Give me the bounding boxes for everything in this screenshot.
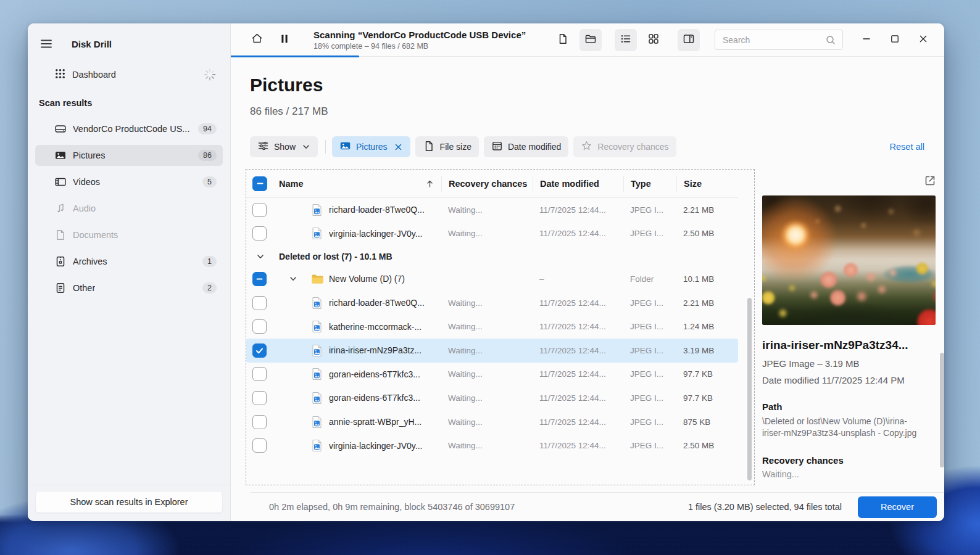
hamburger-menu-icon[interactable] — [39, 36, 54, 51]
size-cell: 2.50 MB — [676, 229, 738, 238]
preview-image[interactable] — [762, 195, 936, 325]
preview-scrollbar-thumb[interactable] — [940, 353, 944, 467]
page-title: Pictures — [250, 73, 944, 97]
remove-filter-icon[interactable] — [394, 142, 403, 152]
jpeg-file-icon — [311, 297, 324, 310]
folder-open-icon — [584, 33, 597, 47]
date-modified-cell: 11/7/2025 12:44... — [533, 417, 623, 427]
sidebar-item-vendorco-productcode-us[interactable]: VendorCo ProductCode US... 94 — [35, 118, 223, 139]
filter-divider — [325, 140, 326, 154]
sidebar-item-documents[interactable]: Documents — [35, 224, 223, 245]
results-area: Name Recovery chances Date modified Type… — [250, 169, 944, 485]
table-row[interactable]: New Volume (D) (7) – Folder 10.1 MB — [246, 267, 738, 291]
table-row[interactable]: goran-eidens-6T7kfc3... Waiting... 11/7/… — [246, 386, 738, 410]
date-modified-cell: 11/7/2025 12:44... — [533, 298, 623, 308]
file-view-button[interactable] — [552, 29, 574, 51]
sidebar-item-other[interactable]: Other 2 — [35, 278, 223, 298]
size-cell: 875 KB — [676, 417, 738, 427]
row-checkbox[interactable] — [252, 367, 267, 381]
filter-chip-recovery-chances[interactable]: Recovery chances — [573, 136, 676, 157]
sidebar-item-audio[interactable]: Audio — [35, 198, 223, 219]
recover-button[interactable]: Recover — [858, 496, 937, 518]
recovery-chances-cell: Waiting... — [441, 417, 533, 427]
list-view-button[interactable] — [615, 29, 637, 51]
select-all-checkbox[interactable] — [252, 176, 267, 191]
table-row[interactable]: virginia-lackinger-JV0y... Waiting... 11… — [246, 222, 738, 246]
file-name: katherine-mccormack-... — [329, 322, 441, 332]
sidebar-item-dashboard[interactable]: Dashboard — [35, 64, 223, 85]
scan-progress-bar — [231, 56, 359, 57]
column-header-size[interactable]: Size — [676, 176, 738, 192]
show-filter-dropdown[interactable]: Show — [250, 136, 318, 157]
table-row[interactable]: virginia-lackinger-JV0y... Waiting... 11… — [246, 434, 738, 458]
grid-view-button[interactable] — [642, 29, 665, 51]
date-modified-cell: 11/7/2025 12:44... — [533, 322, 623, 331]
table-scrollbar-thumb[interactable] — [747, 298, 752, 480]
table-row[interactable]: katherine-mccormack-... Waiting... 11/7/… — [246, 314, 738, 339]
search-input[interactable] — [721, 35, 804, 46]
calendar-icon — [491, 140, 503, 154]
chevron-down-icon[interactable] — [256, 252, 265, 261]
selection-summary: 1 files (3.20 MB) selected, 94 files tot… — [688, 502, 842, 512]
row-checkbox[interactable] — [252, 438, 267, 453]
jpeg-file-icon — [311, 320, 324, 333]
home-button[interactable] — [246, 29, 268, 51]
column-header-name[interactable]: Name — [279, 179, 304, 189]
sidebar-item-videos[interactable]: Videos 5 — [35, 171, 223, 192]
chevron-down-icon — [302, 142, 310, 151]
minimize-button[interactable] — [854, 29, 879, 51]
table-row[interactable]: annie-spratt-WBpr_yH... Waiting... 11/7/… — [246, 410, 738, 434]
table-row[interactable]: richard-loader-8Twe0Q... Waiting... 11/7… — [246, 291, 738, 315]
show-in-explorer-button[interactable]: Show scan results in Explorer — [35, 491, 223, 513]
sidebar-item-archives[interactable]: Archives 1 — [35, 251, 223, 272]
toolbar-right — [546, 29, 700, 51]
preview-panel-icon — [683, 33, 695, 47]
main-area: Scanning “VendorCo ProductCode USB Devic… — [231, 23, 944, 521]
column-header-type[interactable]: Type — [623, 176, 676, 192]
audio-icon — [54, 202, 67, 215]
chevron-down-icon[interactable] — [289, 274, 297, 283]
sidebar-items: VendorCo ProductCode US... 94 Pictures 8… — [28, 118, 230, 304]
other-icon — [54, 282, 67, 294]
row-checkbox[interactable] — [252, 272, 267, 286]
file-name: virginia-lackinger-JV0y... — [329, 229, 441, 239]
file-table: Name Recovery chances Date modified Type… — [246, 169, 755, 485]
row-checkbox[interactable] — [252, 319, 267, 334]
app-title: Disk Drill — [72, 39, 112, 49]
sort-ascending-icon[interactable] — [426, 179, 434, 188]
type-cell: JPEG I... — [623, 346, 676, 355]
sidebar-item-pictures[interactable]: Pictures 86 — [35, 145, 223, 166]
open-external-icon[interactable] — [923, 174, 937, 187]
table-row[interactable]: irina-iriser-mNz9Pa3tz... Waiting... 11/… — [246, 339, 738, 363]
count-badge: 2 — [202, 282, 217, 294]
row-checkbox[interactable] — [252, 343, 267, 358]
column-header-recovery-chances[interactable]: Recovery chances — [441, 176, 533, 192]
close-button[interactable] — [911, 29, 936, 51]
size-cell: 97.7 KB — [676, 369, 738, 379]
pause-scan-button[interactable] — [273, 29, 296, 51]
row-checkbox[interactable] — [252, 415, 267, 429]
folder-view-button[interactable] — [579, 29, 602, 51]
filter-chip-pictures[interactable]: Pictures — [332, 136, 410, 157]
row-checkbox[interactable] — [252, 296, 267, 310]
jpeg-file-icon — [311, 227, 324, 240]
star-icon — [581, 140, 592, 154]
close-icon — [918, 33, 929, 47]
archives-icon — [54, 255, 67, 268]
group-row[interactable]: Deleted or lost (7) - 10.1 MB — [246, 245, 754, 267]
toggle-preview-panel-button[interactable] — [678, 29, 700, 51]
filter-chip-date-modified[interactable]: Date modified — [484, 136, 568, 157]
row-checkbox[interactable] — [252, 391, 267, 405]
row-checkbox[interactable] — [252, 226, 267, 240]
filter-chip-file-size[interactable]: File size — [415, 136, 479, 157]
count-badge: 86 — [198, 150, 217, 161]
column-header-date-modified[interactable]: Date modified — [533, 176, 623, 192]
reset-all-link[interactable]: Reset all — [890, 142, 924, 152]
row-checkbox[interactable] — [252, 203, 267, 217]
maximize-button[interactable] — [882, 29, 907, 51]
search-box[interactable] — [715, 30, 843, 50]
table-row[interactable]: richard-loader-8Twe0Q... Waiting... 11/7… — [246, 198, 738, 222]
search-icon — [825, 35, 836, 46]
date-modified-cell: – — [533, 274, 623, 284]
table-row[interactable]: goran-eidens-6T7kfc3... Waiting... 11/7/… — [246, 363, 738, 387]
